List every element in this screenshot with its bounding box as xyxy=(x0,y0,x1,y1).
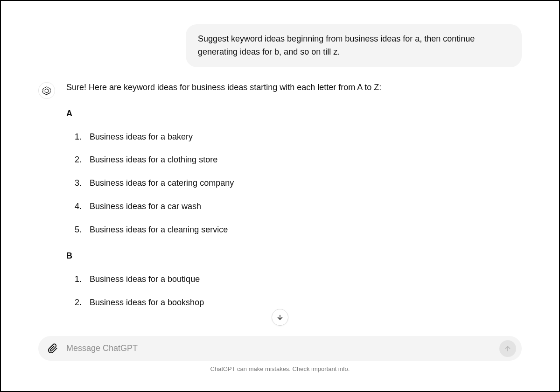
message-input[interactable] xyxy=(66,340,493,357)
openai-logo-icon xyxy=(42,85,52,96)
list-item: Business ideas for a car wash xyxy=(66,200,503,213)
list-item-text: Business ideas for a clothing store xyxy=(90,154,217,167)
section-heading: B xyxy=(66,250,503,263)
send-button[interactable] xyxy=(499,340,516,357)
ideas-list-b: Business ideas for a boutique Business i… xyxy=(66,273,503,309)
list-item: Business ideas for a bookshop xyxy=(66,296,503,309)
list-item-text: Business ideas for a bakery xyxy=(90,131,193,144)
arrow-up-icon xyxy=(504,345,511,352)
user-message-row: Suggest keyword ideas beginning from bus… xyxy=(38,24,522,67)
assistant-message-row: Sure! Here are keyword ideas for busines… xyxy=(38,81,522,322)
input-area: ChatGPT can make mistakes. Check importa… xyxy=(1,336,559,391)
assistant-avatar xyxy=(38,82,55,99)
list-item: Business ideas for a cleaning service xyxy=(66,224,503,237)
chat-container: Suggest keyword ideas beginning from bus… xyxy=(1,1,559,330)
section-heading: A xyxy=(66,107,503,120)
ideas-list-a: Business ideas for a bakery Business ide… xyxy=(66,131,503,237)
list-item-text: Business ideas for a bookshop xyxy=(90,296,204,309)
paperclip-icon xyxy=(48,343,58,354)
assistant-content: Sure! Here are keyword ideas for busines… xyxy=(66,81,522,322)
disclaimer-text: ChatGPT can make mistakes. Check importa… xyxy=(38,365,522,372)
list-item-text: Business ideas for a boutique xyxy=(90,273,200,286)
list-item: Business ideas for a bakery xyxy=(66,131,503,144)
scroll-down-button[interactable] xyxy=(272,309,288,326)
input-wrapper xyxy=(38,336,522,361)
user-message: Suggest keyword ideas beginning from bus… xyxy=(186,24,522,67)
list-item: Business ideas for a boutique xyxy=(66,273,503,286)
attach-button[interactable] xyxy=(46,342,60,356)
list-item-text: Business ideas for a car wash xyxy=(90,200,201,213)
arrow-down-icon xyxy=(276,314,284,321)
assistant-intro-text: Sure! Here are keyword ideas for busines… xyxy=(66,81,503,94)
list-item-text: Business ideas for a catering company xyxy=(90,177,234,190)
list-item-text: Business ideas for a cleaning service xyxy=(90,224,228,237)
list-item: Business ideas for a clothing store xyxy=(66,154,503,167)
list-item: Business ideas for a catering company xyxy=(66,177,503,190)
